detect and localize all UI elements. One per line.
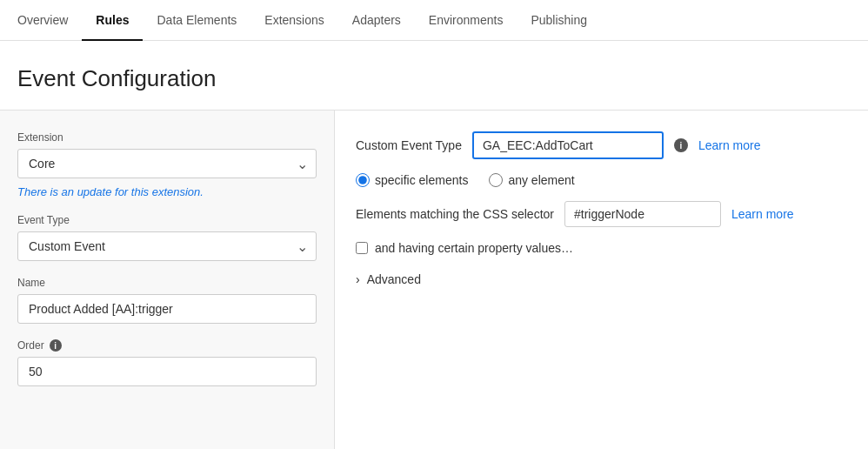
main-layout: Extension Core ⌄ There is an update for … (0, 111, 868, 449)
css-selector-row: Elements matching the CSS selector Learn… (356, 201, 847, 227)
order-input[interactable] (17, 357, 317, 386)
right-panel: Custom Event Type i Learn more specific … (335, 111, 868, 449)
radio-row: specific elements any element (356, 173, 847, 187)
custom-event-info-icon: i (674, 138, 688, 152)
radio-any-label: any element (508, 173, 574, 187)
event-type-label: Event Type (17, 214, 317, 226)
nav-item-overview[interactable]: Overview (17, 0, 82, 41)
extension-label: Extension (17, 131, 317, 144)
page-title: Event Configuration (17, 65, 851, 92)
order-label-row: Order i (17, 339, 317, 352)
extension-select-wrapper: Core ⌄ (17, 149, 317, 178)
radio-any-input[interactable] (489, 173, 503, 187)
order-info-icon: i (50, 339, 62, 352)
order-label: Order (17, 339, 44, 352)
extension-select[interactable]: Core (17, 149, 317, 178)
checkbox-row: and having certain property values… (356, 241, 847, 255)
advanced-row[interactable]: › Advanced (356, 272, 847, 286)
radio-specific-elements[interactable]: specific elements (356, 173, 468, 187)
nav-item-publishing[interactable]: Publishing (517, 0, 601, 41)
name-label: Name (17, 277, 317, 289)
learn-more-link-1[interactable]: Learn more (698, 138, 761, 152)
advanced-chevron-icon: › (356, 272, 360, 286)
left-panel: Extension Core ⌄ There is an update for … (0, 111, 335, 449)
learn-more-link-2[interactable]: Learn more (731, 207, 794, 221)
name-input[interactable] (17, 294, 317, 324)
nav-item-rules[interactable]: Rules (82, 0, 143, 41)
custom-event-type-input[interactable] (472, 131, 664, 159)
nav-item-environments[interactable]: Environments (415, 0, 517, 41)
top-navigation: Overview Rules Data Elements Extensions … (0, 0, 868, 41)
event-type-select[interactable]: Custom Event (17, 231, 317, 261)
custom-event-type-row: Custom Event Type i Learn more (356, 131, 847, 159)
event-type-select-wrapper: Custom Event ⌄ (17, 231, 317, 261)
update-notice: There is an update for this extension. (17, 185, 317, 198)
radio-specific-label: specific elements (375, 173, 468, 187)
extension-update-link[interactable]: this extension. (131, 185, 204, 198)
radio-any-element[interactable]: any element (489, 173, 574, 187)
radio-specific-input[interactable] (356, 173, 370, 187)
nav-item-extensions[interactable]: Extensions (250, 0, 337, 41)
custom-event-type-label: Custom Event Type (356, 138, 462, 152)
page-title-area: Event Configuration (0, 41, 868, 111)
css-selector-input[interactable] (564, 201, 721, 227)
property-values-checkbox[interactable] (356, 242, 368, 254)
nav-item-adapters[interactable]: Adapters (338, 0, 415, 41)
nav-item-data-elements[interactable]: Data Elements (143, 0, 250, 41)
advanced-label: Advanced (367, 272, 421, 286)
checkbox-label: and having certain property values… (375, 241, 573, 255)
css-selector-label: Elements matching the CSS selector (356, 207, 554, 221)
